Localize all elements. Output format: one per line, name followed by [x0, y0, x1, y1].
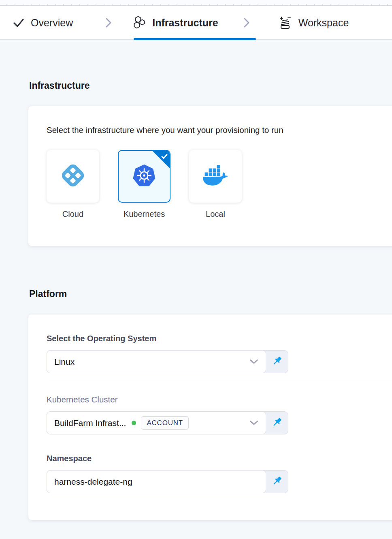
stack-icon: [278, 16, 292, 30]
infrastructure-options: Cloud: [47, 150, 392, 219]
active-tab-underline: [134, 38, 256, 40]
infrastructure-card: Select the infrastructure where you want…: [28, 106, 392, 246]
platform-card: Select the Operating System Linux Kubern…: [28, 314, 392, 520]
cloud-tile-label: Cloud: [62, 210, 83, 219]
canvas-dotted-strip: [0, 0, 392, 6]
local-tile-label: Local: [206, 210, 225, 219]
tab-infrastructure-label: Infrastructure: [152, 17, 218, 29]
hexagons-icon: [131, 15, 146, 30]
tab-infrastructure[interactable]: Infrastructure: [131, 15, 218, 30]
selected-check-icon: [161, 153, 168, 162]
chevron-down-icon: [249, 359, 258, 364]
os-pin-button[interactable]: [266, 351, 288, 373]
field-divider: [49, 382, 392, 382]
kubernetes-tile-label: Kubernetes: [124, 210, 165, 219]
cluster-field-label: Kubernetes Cluster: [47, 395, 392, 404]
cluster-select[interactable]: BuildFarm Infrast... ACCOUNT: [47, 411, 266, 434]
chevron-down-icon: [249, 420, 258, 426]
tab-workspace[interactable]: Workspace: [278, 16, 349, 30]
kubernetes-tile[interactable]: [118, 150, 170, 203]
cloud-tile[interactable]: [47, 150, 99, 203]
check-icon: [12, 16, 25, 29]
cluster-pin-button[interactable]: [266, 412, 288, 434]
namespace-pin-button[interactable]: [266, 471, 288, 493]
option-kubernetes: Kubernetes: [118, 150, 170, 219]
cluster-select-value: BuildFarm Infrast...: [54, 418, 126, 428]
tab-overview[interactable]: Overview: [12, 16, 73, 29]
tab-workspace-label: Workspace: [298, 17, 349, 29]
chevron-right-icon: [243, 17, 250, 28]
option-local: Local: [189, 150, 242, 219]
connector-status-dot: [132, 421, 136, 425]
namespace-field-label: Namespace: [47, 454, 392, 463]
tab-overview-label: Overview: [31, 17, 73, 29]
namespace-input[interactable]: [54, 477, 260, 487]
cluster-select-group: BuildFarm Infrast... ACCOUNT: [47, 411, 288, 434]
os-select[interactable]: Linux: [47, 350, 266, 373]
pin-icon: [272, 355, 283, 368]
docker-icon: [202, 165, 229, 188]
infrastructure-section-heading: Infrastructure: [29, 80, 392, 91]
scope-badge: ACCOUNT: [141, 416, 189, 430]
cloud-icon: [60, 162, 86, 190]
os-select-value: Linux: [54, 357, 75, 367]
namespace-input-box: [47, 470, 266, 493]
platform-section-heading: Platform: [29, 288, 392, 299]
pin-icon: [272, 475, 283, 488]
os-field-label: Select the Operating System: [47, 334, 392, 343]
pin-icon: [272, 417, 283, 429]
namespace-input-group: [47, 470, 288, 493]
option-cloud: Cloud: [47, 150, 99, 219]
wizard-tab-bar: Overview Infrastructure W: [0, 6, 392, 40]
os-select-group: Linux: [47, 350, 288, 373]
infrastructure-prompt: Select the infrastructure where you want…: [47, 125, 392, 135]
local-tile[interactable]: [189, 150, 242, 203]
chevron-right-icon: [105, 17, 112, 28]
